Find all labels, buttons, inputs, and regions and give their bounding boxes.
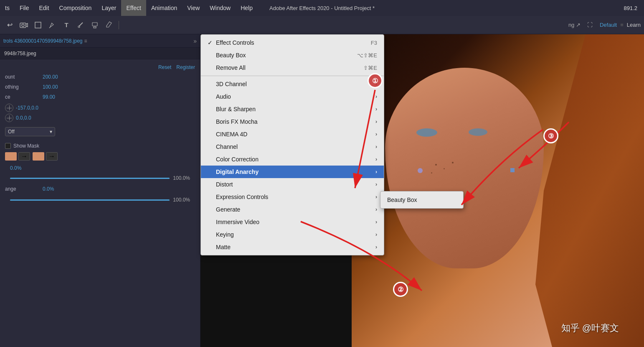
mode-dropdown[interactable]: Off ▾ [5, 127, 55, 136]
menu-matte[interactable]: Matte › [201, 241, 384, 253]
menu-distort[interactable]: Distort › [201, 178, 384, 191]
menu-effect-controls[interactable]: ✓ Effect Controls F3 [201, 36, 384, 49]
panel-title: trols 43600001470599948r758.jpeg [3, 38, 83, 44]
panel-expand-arrow[interactable]: » [193, 38, 197, 44]
toolbar-rect[interactable] [32, 19, 44, 31]
menu-layer[interactable]: Layer [96, 0, 121, 16]
menu-window[interactable]: Window [205, 0, 236, 16]
control-ce-value[interactable]: 99.00 [43, 94, 55, 100]
menu-distort-label: Distort [216, 181, 372, 188]
menu-digital-anarchy[interactable]: Digital Anarchy › [201, 166, 384, 178]
control-point2[interactable] [510, 168, 515, 172]
menu-beauty-box[interactable]: Beauty Box ⌥⇧⌘E [201, 49, 384, 61]
arrow-cinema4d: › [375, 131, 377, 137]
swatch2[interactable] [33, 152, 44, 161]
menu-generate[interactable]: Generate › [201, 203, 384, 216]
menu-immersive-video[interactable]: Immersive Video › [201, 216, 384, 228]
annotation-circle1: ① [368, 73, 383, 88]
menu-channel[interactable]: Channel › [201, 140, 384, 153]
toolbar-workspace-expand[interactable]: ⛶ [584, 19, 596, 31]
show-mask-row: Show Mask [0, 141, 200, 151]
svg-rect-0 [20, 23, 26, 28]
dropdown-row: Off ▾ [0, 125, 200, 138]
effect-dropdown-menu: ✓ Effect Controls F3 Beauty Box ⌥⇧⌘E Rem… [200, 34, 384, 255]
register-button[interactable]: Register [176, 64, 195, 70]
toolbar-undo[interactable]: ↩ [3, 19, 16, 31]
freckle1 [435, 164, 437, 166]
panel-filename: 9948r758.jpeg [0, 48, 200, 59]
menu-cinema4d[interactable]: CINEMA 4D › [201, 128, 384, 140]
menu-audio[interactable]: Audio › [201, 90, 384, 103]
submenu-beauty-box[interactable]: Beauty Box [380, 193, 463, 207]
swatch-group2: → [33, 152, 58, 161]
menu-keying[interactable]: Keying › [201, 228, 384, 241]
toolbar-eraser[interactable] [103, 19, 115, 31]
control-ount-value[interactable]: 200.00 [43, 74, 58, 80]
menu-effect-controls-label: Effect Controls [216, 39, 371, 46]
menu-expression-controls[interactable]: Expression Controls › [201, 191, 384, 203]
menu-color-correction[interactable]: Color Correction › [201, 153, 384, 166]
control-header-buttons: Reset Register [0, 63, 200, 72]
transform1-value[interactable]: -157.0,0.0 [16, 105, 38, 111]
crosshair-icon2[interactable] [5, 114, 13, 122]
slider-pct1: 100.0% [173, 175, 190, 181]
face-bg [352, 34, 644, 347]
menu-boris-fx[interactable]: Boris FX Mocha › [201, 115, 384, 128]
swatch-arrow1[interactable]: → [18, 152, 30, 161]
menu-channel-label: Channel [216, 143, 372, 150]
menu-view[interactable]: View [182, 0, 205, 16]
workspace-default-button[interactable]: Default [600, 22, 617, 28]
toolbar-divider1 [119, 21, 119, 29]
menu-effect[interactable]: Effect [121, 0, 146, 16]
show-mask-checkbox[interactable] [5, 143, 11, 149]
menu-color-correction-label: Color Correction [216, 156, 372, 163]
menu-3d-channel[interactable]: 3D Channel › [201, 78, 384, 90]
toolbar-stamp[interactable] [89, 19, 101, 31]
slider-row1: 100.0% [5, 174, 195, 182]
menu-remove-all-shortcut: ⇧⌘E [363, 65, 377, 71]
swatch-arrow2[interactable]: → [46, 152, 58, 161]
toolbar-text[interactable]: T [60, 19, 73, 31]
annotation-circle3: ③ [543, 128, 558, 143]
control-ce-label: ce [5, 94, 43, 100]
menu-animation[interactable]: Animation [146, 0, 182, 16]
menu-boris-label: Boris FX Mocha [216, 118, 372, 125]
menu-beauty-box-shortcut: ⌥⇧⌘E [357, 52, 377, 59]
toolbar-camera[interactable] [18, 19, 30, 31]
menu-remove-all[interactable]: Remove All ⇧⌘E [201, 61, 384, 74]
slider-track2[interactable] [10, 199, 170, 201]
menu-blur-sharpen[interactable]: Blur & Sharpen › [201, 103, 384, 115]
control-point1[interactable] [418, 168, 423, 173]
svg-marker-1 [26, 23, 28, 27]
opacity2-value[interactable]: 0.0% [43, 186, 54, 192]
swatch1[interactable] [5, 152, 17, 161]
menu-file[interactable]: File [15, 0, 34, 16]
panel-header: trols 43600001470599948r758.jpeg ≡ » [0, 34, 200, 48]
arrow-expression: › [375, 194, 377, 200]
arrow-boris: › [375, 119, 377, 125]
toolbar-brush[interactable] [74, 19, 87, 31]
menu-expression-label: Expression Controls [216, 194, 372, 200]
menu-blur-label: Blur & Sharpen [216, 106, 372, 112]
menu-ts[interactable]: ts [0, 0, 15, 16]
menu-edit[interactable]: Edit [34, 0, 54, 16]
toolbar-pen[interactable] [46, 19, 58, 31]
opacity-value[interactable]: 0.0% [10, 165, 21, 171]
slider-row2: 100.0% [5, 196, 195, 204]
control-othing-value[interactable]: 100.00 [43, 84, 58, 90]
transform2-value[interactable]: 0.0,0.0 [16, 115, 31, 121]
slider-track1[interactable] [10, 178, 170, 179]
arrow-matte: › [375, 244, 377, 250]
learn-button[interactable]: Learn [627, 22, 641, 28]
watermark: 知乎 @叶赛文 [561, 322, 619, 334]
swatch-group1: → [5, 152, 30, 161]
menu-help[interactable]: Help [236, 0, 258, 16]
arrow-color: › [375, 156, 377, 162]
reset-button[interactable]: Reset [158, 64, 171, 70]
panel-title-icon: ≡ [84, 38, 87, 44]
menu-composition[interactable]: Composition [54, 0, 97, 16]
crosshair-icon1[interactable] [5, 104, 13, 112]
control-ount: ount 200.00 [0, 72, 200, 82]
menu-matte-label: Matte [216, 244, 372, 250]
left-panel: trols 43600001470599948r758.jpeg ≡ » 994… [0, 34, 200, 347]
